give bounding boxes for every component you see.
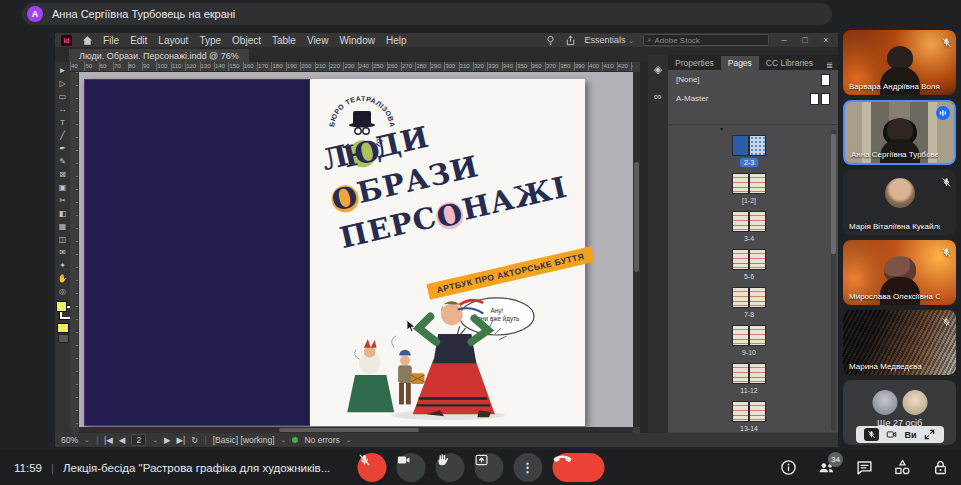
master-none[interactable]: [None]	[668, 70, 838, 89]
spread-item[interactable]: 11-12	[732, 363, 766, 395]
prev-page-button[interactable]: ◀	[119, 435, 126, 445]
selection-tool[interactable]: ►	[56, 65, 69, 77]
eyedropper-tool[interactable]: ✦	[56, 260, 69, 272]
document-canvas[interactable]: БЮРО ТЕАТРАЛІЗОВАНИХ ЕКСКУРСІЙ ЛЮДИОБРАЗ…	[79, 72, 633, 427]
participant-tile[interactable]: Мирослава Олексіївна О...	[843, 240, 956, 305]
spread-item[interactable]: 3-4	[732, 211, 766, 243]
participant-tile[interactable]: Варвара Андріївна Волян...	[843, 30, 956, 95]
tab-pages[interactable]: Pages	[721, 56, 759, 70]
canvas-vertical-scrollbar[interactable]	[633, 72, 640, 427]
fill-swatch[interactable]	[56, 301, 67, 312]
zoom-level[interactable]: 60%	[61, 435, 78, 445]
camera-button[interactable]	[396, 453, 425, 482]
spread-label[interactable]: 9-10	[738, 348, 760, 357]
spread-label[interactable]: 3-4	[740, 234, 758, 243]
reload-icon[interactable]: ↻	[191, 435, 198, 445]
raise-hand-button[interactable]	[435, 453, 464, 482]
spread-thumbnail[interactable]	[732, 287, 766, 308]
activities-icon[interactable]	[894, 459, 911, 476]
spread-label[interactable]: 11-12	[736, 386, 761, 395]
menu-window[interactable]: Window	[339, 35, 375, 46]
tab-properties[interactable]: Properties	[668, 56, 721, 70]
spread-label[interactable]: 2-3	[740, 158, 758, 167]
adobe-stock-search[interactable]: ⌕Adobe Stock	[643, 34, 769, 46]
spread-label[interactable]: [1-2]	[738, 196, 760, 205]
spread-thumbnail[interactable]	[732, 249, 766, 270]
gap-tool[interactable]: ↔	[56, 104, 69, 116]
rectangle-tool[interactable]: ▣	[56, 182, 69, 194]
spread-label[interactable]: 7-8	[740, 310, 758, 319]
menu-layout[interactable]: Layout	[158, 35, 188, 46]
people-icon[interactable]: 34	[818, 459, 835, 476]
participant-tile[interactable]: Марина Медведєва	[843, 310, 956, 375]
next-page-button[interactable]: ▶	[164, 435, 171, 445]
host-controls-icon[interactable]	[932, 459, 949, 476]
menu-table[interactable]: Table	[272, 35, 296, 46]
menu-view[interactable]: View	[307, 35, 329, 46]
type-tool[interactable]: T	[56, 117, 69, 129]
participant-tile[interactable]: Марія Віталіївна Кукайло	[843, 170, 956, 235]
spread-item[interactable]: [1-2]	[732, 173, 766, 205]
present-button[interactable]	[474, 453, 503, 482]
participant-tile[interactable]: Анна Сергіївна Турбове...	[843, 100, 956, 165]
note-tool[interactable]: ✉	[56, 247, 69, 259]
tab-cc-libraries[interactable]: CC Libraries	[759, 56, 820, 70]
free-transform-tool[interactable]: ◧	[56, 208, 69, 220]
layers-panel-icon[interactable]: ◈	[654, 63, 662, 76]
participant-tile[interactable]: Ще 27 осібВи	[843, 380, 956, 445]
mute-button[interactable]	[357, 453, 386, 482]
gradient-tool[interactable]: ▦	[56, 221, 69, 233]
spread-right-page-cover[interactable]: БЮРО ТЕАТРАЛІЗОВАНИХ ЕКСКУРСІЙ ЛЮДИОБРАЗ…	[310, 79, 585, 426]
pen-tool[interactable]: ✒	[56, 143, 69, 155]
spread-thumbnail[interactable]	[732, 211, 766, 232]
links-panel-icon[interactable]: ∞	[654, 90, 662, 102]
spread-item[interactable]: 13-14	[732, 401, 766, 433]
screen-mode-button[interactable]	[58, 334, 69, 343]
chat-icon[interactable]	[856, 459, 873, 476]
close-button[interactable]: ×	[820, 35, 832, 45]
page-number-field[interactable]: 2	[131, 434, 146, 446]
preflight-profile[interactable]: [Basic] [working]	[213, 435, 275, 445]
frame-tool[interactable]: ⊠	[56, 169, 69, 181]
menu-type[interactable]: Type	[199, 35, 221, 46]
applied-color-swatch[interactable]	[57, 323, 69, 333]
self-camera-icon[interactable]	[886, 429, 897, 440]
gradient-feather-tool[interactable]: ◫	[56, 234, 69, 246]
menu-edit[interactable]: Edit	[130, 35, 147, 46]
spread-item[interactable]: 5-6	[732, 249, 766, 281]
panel-scrollbar[interactable]	[831, 130, 836, 430]
master-a-master[interactable]: A-Master	[668, 89, 838, 108]
direct-selection-tool[interactable]: ▷	[56, 78, 69, 90]
self-mic-muted-icon[interactable]	[864, 428, 879, 441]
meeting-details-icon[interactable]	[780, 459, 797, 476]
zoom-tool[interactable]: ◎	[56, 286, 69, 298]
spread-thumbnail[interactable]	[732, 325, 766, 346]
minimize-button[interactable]: –	[778, 35, 790, 45]
more-options-button[interactable]: ⋮	[513, 453, 542, 482]
workspace-switcher[interactable]: Essentials ⌄	[585, 35, 634, 45]
spread-item[interactable]: 9-10	[732, 325, 766, 357]
page-tool[interactable]: ▭	[56, 91, 69, 103]
menu-object[interactable]: Object	[232, 35, 261, 46]
restore-button[interactable]: □	[799, 35, 811, 45]
last-page-button[interactable]: ▶|	[177, 435, 186, 445]
first-page-button[interactable]: |◀	[104, 435, 113, 445]
hand-tool[interactable]: ✋	[56, 273, 69, 285]
spread-thumbnail[interactable]	[732, 173, 766, 194]
pencil-tool[interactable]: ✎	[56, 156, 69, 168]
line-tool[interactable]: ╱	[56, 130, 69, 142]
end-call-button[interactable]	[552, 453, 604, 482]
spread-left-page[interactable]	[84, 79, 310, 426]
lightbulb-icon[interactable]	[545, 35, 556, 46]
spread-item[interactable]: 7-8	[732, 287, 766, 319]
scissors-tool[interactable]: ✂	[56, 195, 69, 207]
share-icon[interactable]	[565, 35, 576, 46]
menu-help[interactable]: Help	[386, 35, 407, 46]
expand-icon[interactable]	[924, 429, 935, 440]
spread-thumbnail[interactable]	[732, 135, 766, 156]
spread-thumbnail[interactable]	[732, 363, 766, 384]
home-icon[interactable]	[82, 35, 93, 46]
panel-menu-icon[interactable]: ≣	[826, 60, 838, 70]
spread-label[interactable]: 5-6	[740, 272, 758, 281]
spread-thumbnail[interactable]	[732, 401, 766, 422]
